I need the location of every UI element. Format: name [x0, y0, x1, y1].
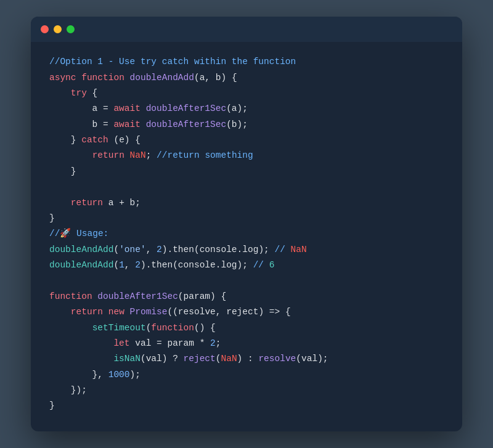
code-line-11: }	[49, 211, 444, 226]
code-line-23: }	[49, 398, 444, 413]
code-line-16: function doubleAfter1Sec(param) {	[49, 289, 444, 304]
code-line-20: isNaN(val) ? reject(NaN) : resolve(val);	[49, 351, 444, 367]
code-line-2: async function doubleAndAdd(a, b) {	[49, 70, 444, 86]
code-line-4: a = await doubleAfter1Sec(a);	[49, 101, 444, 116]
code-window: //Option 1 - Use try catch within the fu…	[31, 17, 462, 431]
close-button[interactable]	[41, 25, 49, 33]
code-editor: //Option 1 - Use try catch within the fu…	[31, 42, 462, 431]
code-line-13: doubleAndAdd('one', 2).then(console.log)…	[49, 242, 444, 258]
code-line-22: });	[49, 383, 444, 398]
code-line-9	[49, 179, 444, 195]
code-line-17: return new Promise((resolve, reject) => …	[49, 304, 444, 320]
code-line-14: doubleAndAdd(1, 2).then(console.log); //…	[49, 258, 444, 273]
code-line-7: return NaN; //return something	[49, 148, 444, 163]
maximize-button[interactable]	[67, 25, 75, 33]
code-line-8: }	[49, 164, 444, 179]
code-line-10: return a + b;	[49, 195, 444, 211]
code-line-1: //Option 1 - Use try catch within the fu…	[49, 54, 444, 70]
minimize-button[interactable]	[54, 25, 62, 33]
code-line-19: let val = param * 2;	[49, 336, 444, 351]
code-line-21: }, 1000);	[49, 367, 444, 383]
code-line-15	[49, 273, 444, 288]
code-line-18: setTimeout(function() {	[49, 320, 444, 336]
code-line-6: } catch (e) {	[49, 132, 444, 148]
code-line-3: try {	[49, 86, 444, 101]
code-line-12: //🚀 Usage:	[49, 226, 444, 242]
code-line-5: b = await doubleAfter1Sec(b);	[49, 117, 444, 132]
titlebar	[31, 17, 462, 42]
